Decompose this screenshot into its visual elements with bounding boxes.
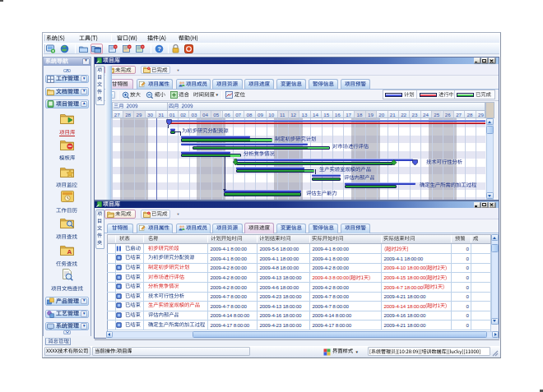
svg-text:?: ? bbox=[157, 45, 161, 53]
svg-text:A: A bbox=[67, 248, 72, 256]
